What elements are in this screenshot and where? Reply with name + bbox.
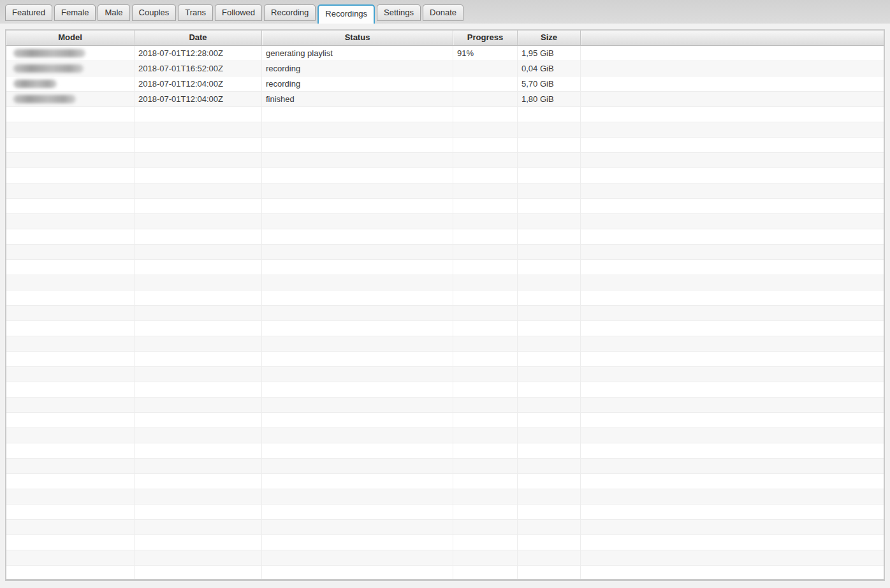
- cell-date: 2018-07-01T12:28:00Z: [135, 46, 262, 61]
- cell-size: [518, 138, 581, 152]
- cell-progress: [453, 214, 518, 229]
- tab-featured[interactable]: Featured: [5, 4, 52, 21]
- table-row-empty: [6, 550, 884, 566]
- model-name-redacted: [13, 49, 85, 57]
- table-row[interactable]: 2018-07-01T16:52:00Zrecording0,04 GiB: [6, 61, 884, 76]
- cell-blank: [581, 550, 884, 565]
- cell-blank: [581, 367, 884, 382]
- column-header-progress[interactable]: Progress: [453, 31, 518, 45]
- cell-progress: [453, 443, 518, 458]
- cell-date: [135, 229, 262, 244]
- cell-blank: [581, 535, 884, 550]
- table-row-empty: [6, 535, 884, 550]
- cell-date: [135, 382, 262, 397]
- cell-size: [518, 428, 581, 443]
- cell-model: [6, 443, 135, 458]
- cell-size: 0,04 GiB: [518, 61, 581, 76]
- cell-blank: [581, 275, 884, 290]
- cell-progress: [453, 459, 518, 473]
- cell-progress: [453, 138, 518, 152]
- table-row-empty: [6, 352, 884, 367]
- cell-model: [6, 413, 135, 427]
- cell-progress: [453, 229, 518, 244]
- cell-date: [135, 275, 262, 290]
- column-header-model[interactable]: Model: [6, 31, 135, 45]
- cell-progress: [453, 428, 518, 443]
- column-header-status[interactable]: Status: [262, 31, 453, 45]
- cell-status: [262, 290, 453, 305]
- cell-model: [6, 214, 135, 229]
- cell-size: [518, 275, 581, 290]
- cell-progress: [453, 153, 518, 168]
- cell-size: [518, 520, 581, 534]
- table-row[interactable]: 2018-07-01T12:04:00Zrecording5,70 GiB: [6, 76, 884, 92]
- cell-size: [518, 183, 581, 198]
- table-row-empty: [6, 321, 884, 336]
- tab-female[interactable]: Female: [54, 4, 96, 21]
- table-row[interactable]: 2018-07-01T12:04:00Zfinished1,80 GiB: [6, 92, 884, 107]
- tab-followed[interactable]: Followed: [215, 4, 262, 21]
- cell-date: [135, 398, 262, 412]
- tab-male[interactable]: Male: [98, 4, 129, 21]
- cell-progress: [453, 474, 518, 489]
- table-row-empty: [6, 367, 884, 382]
- cell-date: 2018-07-01T16:52:00Z: [135, 61, 262, 76]
- column-header-date[interactable]: Date: [135, 31, 262, 45]
- table-row-empty: [6, 229, 884, 245]
- cell-progress: [453, 245, 518, 259]
- cell-progress: [453, 398, 518, 412]
- cell-progress: [453, 352, 518, 366]
- cell-date: [135, 352, 262, 366]
- cell-model: [6, 566, 135, 580]
- cell-status: [262, 183, 453, 198]
- cell-blank: [581, 443, 884, 458]
- cell-date: [135, 107, 262, 122]
- table-row[interactable]: 2018-07-01T12:28:00Zgenerating playlist9…: [6, 46, 884, 61]
- cell-model: [6, 474, 135, 489]
- cell-status: [262, 474, 453, 489]
- table-row-empty: [6, 474, 884, 489]
- cell-model: [6, 92, 135, 106]
- cell-size: [518, 321, 581, 336]
- table-body: 2018-07-01T12:28:00Zgenerating playlist9…: [6, 46, 884, 581]
- cell-date: [135, 199, 262, 213]
- cell-date: [135, 550, 262, 565]
- cell-model: [6, 199, 135, 213]
- cell-date: [135, 260, 262, 275]
- cell-date: [135, 535, 262, 550]
- tab-trans[interactable]: Trans: [178, 4, 213, 21]
- tab-recordings[interactable]: Recordings: [317, 4, 375, 24]
- cell-status: [262, 550, 453, 565]
- tab-recording[interactable]: Recording: [264, 4, 316, 21]
- cell-size: [518, 153, 581, 168]
- cell-blank: [581, 199, 884, 213]
- column-header-size[interactable]: Size: [518, 31, 581, 45]
- cell-model: [6, 290, 135, 305]
- cell-model: [6, 352, 135, 366]
- cell-model: [6, 550, 135, 565]
- cell-progress: [453, 168, 518, 183]
- column-header-blank[interactable]: [581, 31, 884, 45]
- cell-date: [135, 214, 262, 229]
- cell-status: [262, 459, 453, 473]
- tab-donate[interactable]: Donate: [423, 4, 463, 21]
- cell-size: [518, 306, 581, 320]
- cell-blank: [581, 505, 884, 519]
- cell-status: [262, 214, 453, 229]
- cell-size: [518, 459, 581, 473]
- cell-status: [262, 505, 453, 519]
- cell-model: [6, 153, 135, 168]
- tab-settings[interactable]: Settings: [377, 4, 421, 21]
- cell-date: [135, 122, 262, 137]
- cell-size: [518, 566, 581, 580]
- tab-couples[interactable]: Couples: [132, 4, 177, 21]
- cell-date: [135, 153, 262, 168]
- cell-progress: [453, 290, 518, 305]
- cell-size: [518, 505, 581, 519]
- cell-date: [135, 520, 262, 534]
- cell-status: [262, 520, 453, 534]
- table-row-empty: [6, 505, 884, 520]
- cell-status: finished: [262, 92, 453, 106]
- cell-status: [262, 398, 453, 412]
- cell-date: [135, 367, 262, 382]
